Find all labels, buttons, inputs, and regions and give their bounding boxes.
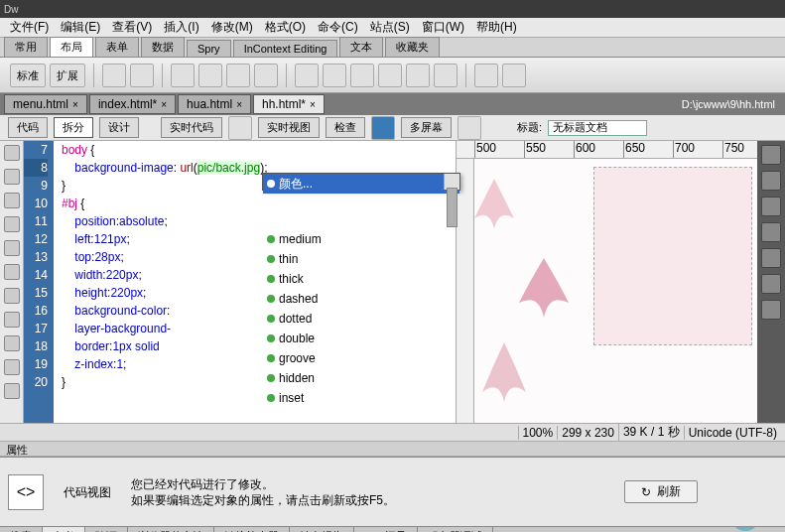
window-size[interactable]: 299 x 230 — [557, 426, 618, 440]
tab-validate[interactable]: 验证 — [85, 527, 128, 532]
tab-server[interactable]: 服务器调试 — [418, 527, 493, 532]
tab-ftp[interactable]: FTP记录 — [354, 527, 418, 532]
menu-format[interactable]: 格式(O) — [265, 19, 306, 36]
scrollbar[interactable] — [444, 174, 459, 190]
code-lines[interactable]: body { background-image: url(pic/back.jp… — [54, 141, 456, 423]
menu-window[interactable]: 窗口(W) — [422, 19, 464, 36]
tab-form[interactable]: 表单 — [95, 37, 139, 57]
file-tab-hua[interactable]: hua.html× — [178, 94, 251, 114]
gutter-highlight-icon[interactable] — [4, 383, 20, 399]
title-input[interactable] — [548, 120, 647, 136]
gutter-parent-icon[interactable] — [4, 216, 20, 232]
insert-table3-icon[interactable] — [226, 64, 250, 87]
gutter-wrap-icon[interactable] — [4, 359, 20, 375]
tab-layout[interactable]: 布局 — [50, 37, 93, 57]
ac-item-selected[interactable]: 颜色... — [263, 174, 459, 194]
menu-file[interactable]: 文件(F) — [10, 19, 49, 36]
zoom-level[interactable]: 100% — [518, 426, 558, 440]
close-icon[interactable]: × — [236, 99, 242, 110]
file-tab-menu[interactable]: menu.html× — [4, 94, 87, 114]
multiscreen-button[interactable]: 多屏幕 — [401, 117, 452, 138]
menu-view[interactable]: 查看(V) — [112, 19, 152, 36]
menu-help[interactable]: 帮助(H) — [476, 19, 517, 36]
tab-browser[interactable]: 浏览器兼容性 — [128, 527, 214, 532]
ac-item[interactable]: groove — [263, 348, 459, 368]
gutter-select-icon[interactable] — [4, 193, 20, 208]
gutter-line-icon[interactable] — [4, 264, 20, 280]
globe-icon[interactable] — [371, 116, 395, 140]
bj-element[interactable] — [593, 167, 752, 345]
file-tab-hh[interactable]: hh.html*× — [253, 94, 325, 114]
tab-site[interactable]: 站点报告 — [290, 527, 354, 532]
close-icon[interactable]: × — [161, 99, 167, 110]
insert-grid6-icon[interactable] — [434, 64, 458, 87]
tab-reference[interactable]: 参考 — [43, 527, 85, 532]
view-split-button[interactable]: 拆分 — [54, 117, 93, 138]
live-view-button[interactable]: 实时视图 — [258, 117, 320, 138]
gutter-indent-icon[interactable] — [4, 288, 20, 304]
css-panel-icon[interactable] — [761, 145, 781, 165]
btn-expand[interactable]: 扩展 — [50, 64, 85, 87]
gutter-collapse-icon[interactable] — [4, 169, 20, 185]
scrollbar-thumb[interactable] — [447, 188, 458, 227]
tab-spry[interactable]: Spry — [187, 40, 231, 57]
menu-modify[interactable]: 修改(M) — [211, 19, 253, 36]
tab-text[interactable]: 文本 — [339, 37, 383, 57]
insert-ap-icon[interactable] — [130, 64, 154, 87]
insert-table2-icon[interactable] — [198, 64, 222, 87]
files-panel-icon[interactable] — [761, 248, 781, 268]
menu-site[interactable]: 站点(S) — [370, 19, 410, 36]
gutter-open-icon[interactable] — [4, 145, 20, 161]
ac-item[interactable]: dashed — [263, 289, 459, 309]
tab-search[interactable]: 搜索 — [0, 527, 43, 532]
menu-insert[interactable]: 插入(I) — [164, 19, 198, 36]
preview-canvas[interactable] — [474, 159, 757, 423]
tab-incontext[interactable]: InContext Editing — [233, 40, 338, 57]
ac-item[interactable]: double — [263, 329, 459, 348]
refresh-icon[interactable] — [458, 116, 481, 140]
view-design-button[interactable]: 设计 — [99, 117, 139, 138]
assets-panel-icon[interactable] — [761, 274, 781, 294]
snippets-panel-icon[interactable] — [761, 300, 781, 320]
file-tab-index[interactable]: index.html*× — [89, 94, 176, 114]
ac-item[interactable]: thick — [263, 269, 459, 289]
insert-grid1-icon[interactable] — [295, 64, 319, 87]
gutter-comment-icon[interactable] — [4, 335, 20, 351]
insert-table4-icon[interactable] — [254, 64, 278, 87]
insert-grid4-icon[interactable] — [378, 64, 402, 87]
refresh-button[interactable]: ↻ 刷新 — [624, 480, 698, 503]
ac-item[interactable]: thin — [263, 249, 459, 269]
insert-grid3-icon[interactable] — [350, 64, 374, 87]
tab-favorites[interactable]: 收藏夹 — [385, 37, 440, 57]
insert-grid2-icon[interactable] — [323, 64, 346, 87]
tab-link[interactable]: 链接检查器 — [214, 527, 290, 532]
gutter-snippets-icon[interactable] — [4, 312, 20, 328]
ac-item[interactable]: inset — [263, 388, 459, 408]
insert-grid5-icon[interactable] — [406, 64, 430, 87]
view-code-button[interactable]: 代码 — [8, 117, 48, 138]
menu-edit[interactable]: 编辑(E) — [61, 19, 100, 36]
live-code-button[interactable]: 实时代码 — [161, 117, 222, 138]
behaviors-panel-icon[interactable] — [761, 222, 781, 242]
autocomplete-popup[interactable]: 颜色... mediumthinthickdasheddotteddoubleg… — [262, 173, 460, 191]
ap-panel-icon[interactable] — [761, 171, 781, 191]
insert-div-icon[interactable] — [102, 64, 126, 87]
gutter-balance-icon[interactable] — [4, 240, 20, 256]
insert-frame2-icon[interactable] — [502, 64, 526, 87]
tab-data[interactable]: 数据 — [141, 37, 185, 57]
ac-item[interactable]: medium — [263, 229, 459, 249]
insert-table1-icon[interactable] — [171, 64, 195, 87]
insert-frame1-icon[interactable] — [474, 64, 498, 87]
menu-commands[interactable]: 命令(C) — [318, 19, 358, 36]
inspect-button[interactable]: 检查 — [326, 117, 365, 138]
live-code-icon[interactable] — [228, 116, 252, 140]
ac-item[interactable]: hidden — [263, 368, 459, 388]
tag-panel-icon[interactable] — [761, 197, 781, 216]
ac-item[interactable]: dotted — [263, 309, 459, 329]
code-editor[interactable]: 7891011121314151617181920 body { backgro… — [24, 141, 456, 423]
close-icon[interactable]: × — [72, 99, 78, 110]
ruler-horizontal: 500550600650700750 — [457, 141, 757, 159]
close-icon[interactable]: × — [310, 99, 316, 110]
tab-common[interactable]: 常用 — [4, 37, 48, 57]
btn-standard[interactable]: 标准 — [10, 64, 46, 87]
